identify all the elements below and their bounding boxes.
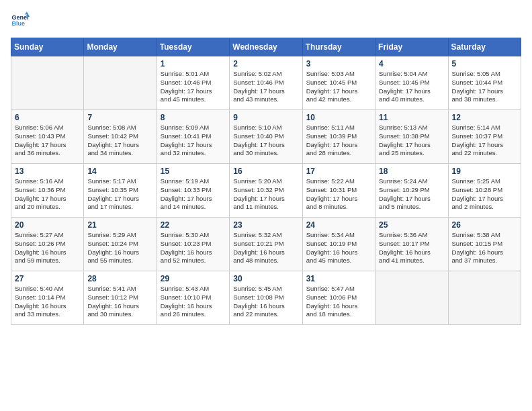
- day-number: 17: [306, 167, 371, 176]
- day-info: Sunrise: 5:10 AM Sunset: 10:40 PM Daylig…: [233, 124, 298, 158]
- day-number: 3: [306, 59, 371, 68]
- day-number: 29: [161, 274, 226, 283]
- day-number: 12: [452, 113, 517, 122]
- calendar-cell: [448, 271, 521, 325]
- day-info: Sunrise: 5:22 AM Sunset: 10:31 PM Daylig…: [306, 177, 371, 212]
- column-header-saturday: Saturday: [448, 38, 521, 56]
- day-info: Sunrise: 5:40 AM Sunset: 10:14 PM Daylig…: [15, 285, 80, 319]
- logo-icon: General Blue: [11, 11, 30, 30]
- calendar-cell: 29Sunrise: 5:43 AM Sunset: 10:10 PM Dayl…: [157, 271, 229, 325]
- calendar-cell: 1Sunrise: 5:01 AM Sunset: 10:46 PM Dayli…: [157, 56, 229, 110]
- calendar-cell: 25Sunrise: 5:36 AM Sunset: 10:17 PM Dayl…: [375, 218, 448, 271]
- calendar-cell: 26Sunrise: 5:38 AM Sunset: 10:15 PM Dayl…: [448, 218, 521, 271]
- calendar-cell: 2Sunrise: 5:02 AM Sunset: 10:46 PM Dayli…: [230, 56, 302, 110]
- calendar-cell: 6Sunrise: 5:06 AM Sunset: 10:43 PM Dayli…: [11, 110, 84, 164]
- day-info: Sunrise: 5:09 AM Sunset: 10:41 PM Daylig…: [161, 124, 226, 158]
- calendar-cell: 31Sunrise: 5:47 AM Sunset: 10:06 PM Dayl…: [302, 271, 375, 325]
- page-header: General Blue: [11, 11, 521, 30]
- calendar-cell: 5Sunrise: 5:05 AM Sunset: 10:44 PM Dayli…: [448, 56, 521, 110]
- calendar-cell: [11, 56, 84, 110]
- calendar-cell: 13Sunrise: 5:16 AM Sunset: 10:36 PM Dayl…: [11, 164, 84, 218]
- calendar-cell: 22Sunrise: 5:30 AM Sunset: 10:23 PM Dayl…: [157, 218, 229, 271]
- day-number: 26: [452, 220, 517, 230]
- day-info: Sunrise: 5:03 AM Sunset: 10:45 PM Daylig…: [306, 70, 371, 104]
- week-row-4: 20Sunrise: 5:27 AM Sunset: 10:26 PM Dayl…: [11, 218, 521, 271]
- day-info: Sunrise: 5:41 AM Sunset: 10:12 PM Daylig…: [87, 285, 152, 319]
- calendar-cell: 27Sunrise: 5:40 AM Sunset: 10:14 PM Dayl…: [11, 271, 84, 325]
- calendar-cell: 30Sunrise: 5:45 AM Sunset: 10:08 PM Dayl…: [230, 271, 302, 325]
- calendar-cell: 24Sunrise: 5:34 AM Sunset: 10:19 PM Dayl…: [302, 218, 375, 271]
- column-header-friday: Friday: [375, 38, 448, 56]
- week-row-1: 1Sunrise: 5:01 AM Sunset: 10:46 PM Dayli…: [11, 56, 521, 110]
- day-number: 8: [161, 113, 226, 122]
- day-info: Sunrise: 5:13 AM Sunset: 10:38 PM Daylig…: [379, 124, 444, 158]
- day-number: 14: [87, 167, 152, 176]
- calendar-cell: 12Sunrise: 5:14 AM Sunset: 10:37 PM Dayl…: [448, 110, 521, 164]
- calendar-cell: 19Sunrise: 5:25 AM Sunset: 10:28 PM Dayl…: [448, 164, 521, 218]
- day-info: Sunrise: 5:27 AM Sunset: 10:26 PM Daylig…: [15, 231, 80, 265]
- day-number: 9: [233, 113, 298, 122]
- day-info: Sunrise: 5:19 AM Sunset: 10:33 PM Daylig…: [161, 177, 226, 212]
- calendar-table: SundayMondayTuesdayWednesdayThursdayFrid…: [11, 38, 521, 325]
- day-info: Sunrise: 5:06 AM Sunset: 10:43 PM Daylig…: [15, 124, 80, 158]
- day-number: 2: [233, 59, 298, 68]
- day-info: Sunrise: 5:01 AM Sunset: 10:46 PM Daylig…: [161, 70, 226, 104]
- day-info: Sunrise: 5:08 AM Sunset: 10:42 PM Daylig…: [87, 124, 152, 158]
- day-info: Sunrise: 5:14 AM Sunset: 10:37 PM Daylig…: [452, 124, 517, 158]
- logo: General Blue: [11, 11, 30, 30]
- day-number: 10: [306, 113, 371, 122]
- day-number: 13: [15, 167, 80, 176]
- day-info: Sunrise: 5:36 AM Sunset: 10:17 PM Daylig…: [379, 231, 444, 265]
- calendar-cell: 18Sunrise: 5:24 AM Sunset: 10:29 PM Dayl…: [375, 164, 448, 218]
- day-info: Sunrise: 5:24 AM Sunset: 10:29 PM Daylig…: [379, 177, 444, 212]
- day-number: 31: [306, 274, 371, 283]
- calendar-cell: 15Sunrise: 5:19 AM Sunset: 10:33 PM Dayl…: [157, 164, 229, 218]
- day-info: Sunrise: 5:43 AM Sunset: 10:10 PM Daylig…: [161, 285, 226, 319]
- day-number: 15: [161, 167, 226, 176]
- week-row-3: 13Sunrise: 5:16 AM Sunset: 10:36 PM Dayl…: [11, 164, 521, 218]
- calendar-cell: 16Sunrise: 5:20 AM Sunset: 10:32 PM Dayl…: [230, 164, 302, 218]
- day-info: Sunrise: 5:47 AM Sunset: 10:06 PM Daylig…: [306, 285, 371, 319]
- day-info: Sunrise: 5:04 AM Sunset: 10:45 PM Daylig…: [379, 70, 444, 104]
- header-row: SundayMondayTuesdayWednesdayThursdayFrid…: [11, 38, 521, 56]
- calendar-cell: [375, 271, 448, 325]
- day-number: 16: [233, 167, 298, 176]
- svg-text:Blue: Blue: [11, 20, 25, 27]
- day-number: 24: [306, 220, 371, 230]
- day-number: 23: [233, 220, 298, 230]
- calendar-cell: 11Sunrise: 5:13 AM Sunset: 10:38 PM Dayl…: [375, 110, 448, 164]
- day-number: 4: [379, 59, 444, 68]
- calendar-cell: 28Sunrise: 5:41 AM Sunset: 10:12 PM Dayl…: [84, 271, 157, 325]
- calendar-cell: 23Sunrise: 5:32 AM Sunset: 10:21 PM Dayl…: [230, 218, 302, 271]
- calendar-cell: 4Sunrise: 5:04 AM Sunset: 10:45 PM Dayli…: [375, 56, 448, 110]
- day-info: Sunrise: 5:29 AM Sunset: 10:24 PM Daylig…: [87, 231, 152, 265]
- day-number: 30: [233, 274, 298, 283]
- day-number: 1: [161, 59, 226, 68]
- calendar-cell: 8Sunrise: 5:09 AM Sunset: 10:41 PM Dayli…: [157, 110, 229, 164]
- day-info: Sunrise: 5:20 AM Sunset: 10:32 PM Daylig…: [233, 177, 298, 212]
- day-info: Sunrise: 5:05 AM Sunset: 10:44 PM Daylig…: [452, 70, 517, 104]
- day-number: 7: [87, 113, 152, 122]
- day-info: Sunrise: 5:16 AM Sunset: 10:36 PM Daylig…: [15, 177, 80, 212]
- day-info: Sunrise: 5:34 AM Sunset: 10:19 PM Daylig…: [306, 231, 371, 265]
- day-number: 21: [87, 220, 152, 230]
- calendar-cell: 3Sunrise: 5:03 AM Sunset: 10:45 PM Dayli…: [302, 56, 375, 110]
- day-number: 22: [161, 220, 226, 230]
- day-number: 5: [452, 59, 517, 68]
- calendar-cell: 9Sunrise: 5:10 AM Sunset: 10:40 PM Dayli…: [230, 110, 302, 164]
- column-header-tuesday: Tuesday: [157, 38, 229, 56]
- day-info: Sunrise: 5:30 AM Sunset: 10:23 PM Daylig…: [161, 231, 226, 265]
- day-info: Sunrise: 5:02 AM Sunset: 10:46 PM Daylig…: [233, 70, 298, 104]
- day-number: 19: [452, 167, 517, 176]
- day-info: Sunrise: 5:11 AM Sunset: 10:39 PM Daylig…: [306, 124, 371, 158]
- day-info: Sunrise: 5:32 AM Sunset: 10:21 PM Daylig…: [233, 231, 298, 265]
- day-info: Sunrise: 5:17 AM Sunset: 10:35 PM Daylig…: [87, 177, 152, 212]
- day-number: 20: [15, 220, 80, 230]
- day-number: 11: [379, 113, 444, 122]
- day-info: Sunrise: 5:38 AM Sunset: 10:15 PM Daylig…: [452, 231, 517, 265]
- calendar-cell: 20Sunrise: 5:27 AM Sunset: 10:26 PM Dayl…: [11, 218, 84, 271]
- calendar-cell: 21Sunrise: 5:29 AM Sunset: 10:24 PM Dayl…: [84, 218, 157, 271]
- column-header-monday: Monday: [84, 38, 157, 56]
- week-row-2: 6Sunrise: 5:06 AM Sunset: 10:43 PM Dayli…: [11, 110, 521, 164]
- week-row-5: 27Sunrise: 5:40 AM Sunset: 10:14 PM Dayl…: [11, 271, 521, 325]
